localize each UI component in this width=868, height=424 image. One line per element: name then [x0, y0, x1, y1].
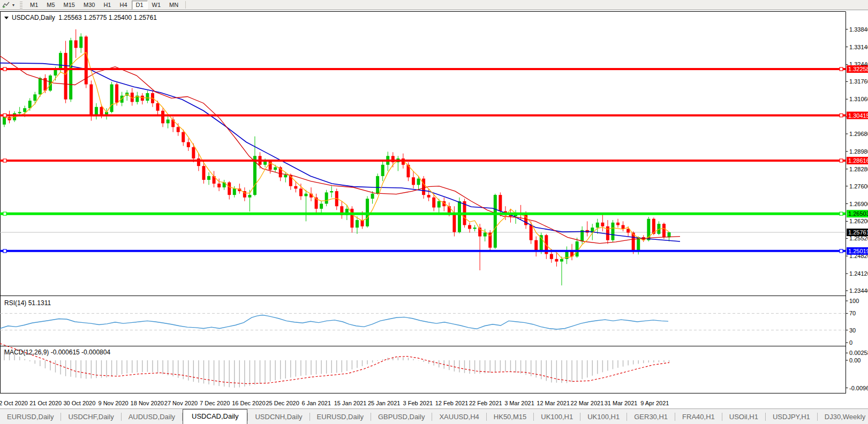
chart-tab-fra40-h1[interactable]: FRA40,H1: [675, 411, 722, 424]
chart-cursor-icon[interactable]: [2, 1, 11, 9]
svg-text:1.25520: 1.25520: [849, 235, 868, 241]
chart-tab-usdchf-daily[interactable]: USDCHF,Daily: [61, 411, 120, 424]
svg-text:25 Dec 2020: 25 Dec 2020: [266, 400, 299, 406]
svg-text:9 Apr 2021: 9 Apr 2021: [640, 400, 669, 406]
svg-text:31 Mar 2021: 31 Mar 2021: [605, 400, 638, 406]
svg-text:1.24120: 1.24120: [849, 270, 868, 277]
chart-tab-ger30-h1[interactable]: GER30,H1: [627, 411, 675, 424]
svg-text:USDCAD,Daily 1.25563 1.25775: USDCAD,Daily 1.25563 1.25775 1.25400 1.2…: [12, 14, 157, 21]
svg-text:15 Jan 2021: 15 Jan 2021: [334, 400, 367, 406]
svg-text:1.31060: 1.31060: [849, 96, 868, 102]
chart-tab-uk100-h1[interactable]: UK100,H1: [534, 411, 580, 424]
chart-tab-usdcad-daily[interactable]: USDCAD,Daily: [183, 409, 247, 424]
timeframe-button-d1[interactable]: D1: [132, 1, 148, 10]
timeframe-button-m5[interactable]: M5: [42, 1, 59, 10]
chart-tab-dj30-weekly[interactable]: DJ30,Weekly: [818, 411, 868, 424]
svg-text:1.23440: 1.23440: [849, 287, 868, 294]
svg-text:12 Oct 2020: 12 Oct 2020: [0, 400, 28, 406]
chart-canvas[interactable]: 1.338401.331401.324401.317601.310601.303…: [0, 0, 868, 408]
chart-tab-usdjpy-h1[interactable]: USDJPY,H1: [766, 411, 817, 424]
svg-text:1.33840: 1.33840: [849, 26, 868, 33]
svg-text:0.00: 0.00: [849, 357, 861, 364]
timeframe-button-h4[interactable]: H4: [115, 1, 131, 10]
svg-text:7 Dec 2020: 7 Dec 2020: [200, 400, 230, 406]
svg-text:12 Mar 2021: 12 Mar 2021: [537, 400, 570, 406]
timeframe-toolbar: ▾ M1M5M15M30H1H4D1W1MN: [0, 0, 868, 10]
svg-text:RSI(14) 51.1311: RSI(14) 51.1311: [4, 299, 51, 307]
svg-text:1.26503: 1.26503: [848, 210, 868, 217]
timeframe-button-h1[interactable]: H1: [99, 1, 115, 10]
chart-tab-hk50-m15[interactable]: HK50,M15: [487, 411, 533, 424]
svg-text:1.31760: 1.31760: [849, 78, 868, 85]
chart-tab-gbpusd-daily[interactable]: GBPUSD,Daily: [371, 411, 432, 424]
timeframe-button-m30[interactable]: M30: [79, 1, 99, 10]
svg-text:27 Nov 2020: 27 Nov 2020: [164, 400, 198, 406]
svg-text:1.25019: 1.25019: [848, 248, 868, 254]
timeframe-button-mn[interactable]: MN: [165, 1, 183, 10]
svg-text:0.00258: 0.00258: [849, 350, 868, 356]
svg-text:1.25761: 1.25761: [848, 229, 868, 236]
chart-tab-usoil-h1[interactable]: USOil,H1: [722, 411, 765, 424]
svg-text:1.28980: 1.28980: [849, 148, 868, 155]
svg-text:22 Feb 2021: 22 Feb 2021: [469, 400, 502, 406]
timeframe-button-m1[interactable]: M1: [26, 1, 42, 10]
svg-text:18 Nov 2020: 18 Nov 2020: [131, 400, 164, 406]
svg-text:6 Jan 2021: 6 Jan 2021: [302, 400, 331, 406]
svg-text:MACD(12,26,9) -0.000615 -0.000: MACD(12,26,9) -0.000615 -0.000804: [4, 349, 110, 356]
svg-text:100: 100: [849, 298, 859, 304]
svg-text:3 Feb 2021: 3 Feb 2021: [403, 400, 433, 406]
svg-text:1.28616: 1.28616: [848, 157, 868, 164]
svg-text:1.26200: 1.26200: [849, 218, 868, 224]
svg-text:9 Nov 2020: 9 Nov 2020: [98, 400, 128, 406]
svg-text:-0.00968: -0.00968: [849, 385, 868, 391]
toolbar-grip: [20, 2, 22, 9]
svg-text:22 Mar 2021: 22 Mar 2021: [571, 400, 604, 406]
svg-text:21 Oct 2020: 21 Oct 2020: [29, 400, 62, 406]
chart-tab-bar: EURUSD,DailyUSDCHF,DailyAUDUSD,DailyUSDC…: [0, 408, 868, 424]
svg-text:0: 0: [849, 339, 852, 346]
svg-text:12 Feb 2021: 12 Feb 2021: [435, 400, 469, 406]
svg-text:30: 30: [849, 327, 856, 334]
svg-text:1.27600: 1.27600: [849, 183, 868, 190]
svg-text:1.26900: 1.26900: [849, 201, 868, 207]
mt4-window: 1.338401.331401.324401.317601.310601.303…: [0, 0, 868, 424]
svg-text:16 Dec 2020: 16 Dec 2020: [232, 400, 265, 406]
svg-text:1.32258: 1.32258: [848, 66, 868, 72]
chart-tab-uk100-h1[interactable]: UK100,H1: [580, 411, 627, 424]
chart-tab-eurusd-daily[interactable]: EURUSD,Daily: [0, 411, 61, 424]
chart-tab-audusd-daily[interactable]: AUDUSD,Daily: [122, 411, 182, 424]
svg-text:1.29680: 1.29680: [849, 131, 868, 137]
svg-text:30 Oct 2020: 30 Oct 2020: [63, 400, 95, 406]
timeframe-button-w1[interactable]: W1: [148, 1, 165, 10]
svg-text:3 Mar 2021: 3 Mar 2021: [504, 400, 534, 406]
timeframe-button-m15[interactable]: M15: [59, 1, 79, 10]
chart-type-dropdown-icon[interactable]: ▾: [12, 3, 17, 7]
toolbar-separator: [185, 1, 186, 9]
svg-text:70: 70: [849, 310, 856, 316]
svg-text:1.30415: 1.30415: [848, 112, 868, 119]
chart-tab-eurusd-daily[interactable]: EURUSD,Daily: [310, 411, 371, 424]
svg-text:1.28280: 1.28280: [849, 166, 868, 172]
chart-tab-usdcnh-daily[interactable]: USDCNH,Daily: [248, 411, 309, 424]
chart-tab-xauusd-h4[interactable]: XAUUSD,H4: [432, 411, 486, 424]
svg-text:25 Jan 2021: 25 Jan 2021: [368, 400, 401, 406]
svg-text:1.33140: 1.33140: [849, 44, 868, 50]
